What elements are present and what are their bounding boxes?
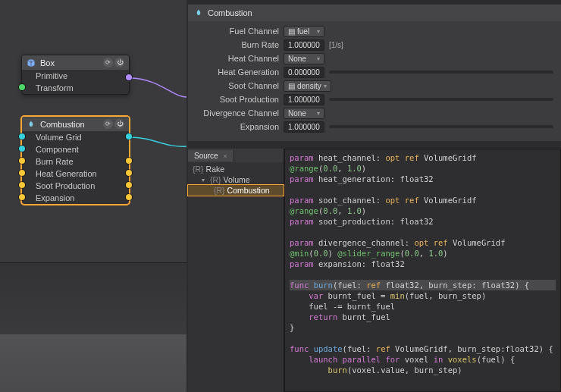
port-out[interactable] bbox=[126, 158, 132, 164]
chevron-down-icon: ▾ bbox=[202, 177, 208, 183]
node-row-label: Transform bbox=[36, 83, 74, 93]
port-in[interactable] bbox=[19, 133, 25, 140]
prop-label: Soot Production bbox=[188, 95, 279, 104]
channel-icon: ▤ bbox=[288, 82, 295, 90]
node-graph[interactable]: Box ⟳ ⏻ Primitive Transform Combustion ⟳… bbox=[0, 0, 186, 392]
soot-production-input[interactable]: 1.000000 bbox=[284, 94, 324, 105]
node-box-row-primitive: Primitive bbox=[22, 70, 129, 82]
divergence-channel-dropdown[interactable]: None ▾ bbox=[284, 108, 324, 119]
node-box-row-transform: Transform bbox=[22, 82, 129, 94]
node-row-soot-production: Soot Production bbox=[22, 180, 129, 192]
chevron-down-icon: ▾ bbox=[324, 83, 327, 89]
node-combustion-header[interactable]: Combustion ⟳ ⏻ bbox=[22, 117, 129, 131]
heat-generation-slider[interactable] bbox=[329, 71, 553, 74]
refresh-icon[interactable]: ⟳ bbox=[103, 58, 113, 67]
prop-label: Heat Channel bbox=[188, 54, 279, 63]
node-row-expansion: Expansion bbox=[22, 192, 129, 204]
tree-item-label: Volume bbox=[224, 175, 250, 184]
close-icon[interactable]: × bbox=[223, 152, 227, 160]
port-in[interactable] bbox=[19, 146, 25, 152]
flame-icon bbox=[194, 8, 203, 17]
flame-icon bbox=[27, 120, 36, 129]
script-icon: {R} bbox=[193, 165, 204, 174]
heat-channel-dropdown[interactable]: None ▾ bbox=[284, 53, 324, 64]
dropdown-value: density bbox=[297, 82, 321, 90]
prop-label: Burn Rate bbox=[188, 40, 279, 49]
port-in[interactable] bbox=[19, 170, 25, 176]
dropdown-value: None bbox=[288, 55, 306, 63]
node-row-label: Primitive bbox=[36, 71, 67, 80]
prop-soot-production: Soot Production 1.000000 bbox=[188, 93, 561, 106]
properties-panel: Fuel Channel ▤ fuel ▾ Burn Rate 1.000000… bbox=[188, 21, 561, 141]
node-row-label: Burn Rate bbox=[36, 157, 74, 166]
tree-item-label: Rake bbox=[206, 165, 225, 174]
node-row-heat-generation: Heat Generation bbox=[22, 168, 129, 180]
soot-channel-dropdown[interactable]: ▤ density ▾ bbox=[284, 80, 331, 92]
node-row-label: Expansion bbox=[36, 193, 74, 202]
chevron-down-icon: ▾ bbox=[317, 28, 320, 35]
port-in[interactable] bbox=[19, 182, 25, 188]
tree-item-rake[interactable]: {R} Rake bbox=[188, 164, 284, 174]
channel-icon: ▤ bbox=[288, 27, 295, 36]
viewport[interactable] bbox=[0, 262, 186, 392]
port-out[interactable] bbox=[126, 194, 132, 200]
port-in[interactable] bbox=[19, 158, 25, 164]
heat-generation-input[interactable]: 0.000000 bbox=[284, 67, 324, 78]
port-out[interactable] bbox=[126, 74, 132, 80]
node-box-header[interactable]: Box ⟳ ⏻ bbox=[22, 55, 129, 70]
node-box-icons: ⟳ ⏻ bbox=[103, 58, 124, 67]
tree-item-volume[interactable]: ▾ {R} Volume bbox=[188, 174, 284, 185]
dropdown-value: None bbox=[288, 109, 306, 118]
prop-label: Heat Generation bbox=[188, 67, 279, 77]
tree: {R} Rake ▾ {R} Volume {R} Combustion bbox=[188, 162, 284, 197]
outliner-tabbar: Source × bbox=[188, 149, 284, 162]
soot-production-slider[interactable] bbox=[329, 98, 553, 101]
port-in[interactable] bbox=[19, 194, 25, 200]
tree-item-combustion[interactable]: {R} Combustion bbox=[188, 185, 284, 196]
prop-burn-rate: Burn Rate 1.000000 [1/s] bbox=[188, 38, 561, 52]
properties-header: Combustion bbox=[188, 5, 561, 21]
prop-label: Soot Channel bbox=[188, 81, 279, 90]
refresh-icon[interactable]: ⟳ bbox=[103, 119, 113, 129]
prop-label: Fuel Channel bbox=[188, 27, 279, 36]
expansion-slider[interactable] bbox=[329, 125, 553, 128]
dropdown-value: fuel bbox=[297, 27, 309, 36]
node-row-label: Heat Generation bbox=[36, 169, 97, 178]
prop-soot-channel: Soot Channel ▤ density ▾ bbox=[188, 79, 561, 93]
node-box-title: Box bbox=[40, 58, 99, 67]
script-icon: {R} bbox=[214, 186, 225, 195]
prop-unit: [1/s] bbox=[329, 41, 343, 49]
tab-source[interactable]: Source × bbox=[188, 150, 234, 162]
script-icon: {R} bbox=[210, 175, 221, 184]
prop-label: Divergence Channel bbox=[188, 108, 279, 118]
node-combustion-title: Combustion bbox=[40, 120, 99, 129]
power-icon[interactable]: ⏻ bbox=[114, 58, 124, 67]
chevron-down-icon: ▾ bbox=[317, 110, 320, 117]
port-out[interactable] bbox=[126, 182, 132, 188]
node-combustion[interactable]: Combustion ⟳ ⏻ Volume Grid Component Bur… bbox=[21, 116, 130, 205]
source-editor[interactable]: ×param heat_channel: opt ref VolumeGridf… bbox=[284, 149, 561, 392]
node-combustion-icons: ⟳ ⏻ bbox=[103, 119, 124, 129]
node-row-volume-grid: Volume Grid bbox=[22, 131, 129, 143]
node-box[interactable]: Box ⟳ ⏻ Primitive Transform bbox=[21, 55, 130, 95]
port-in[interactable] bbox=[19, 84, 25, 90]
power-icon[interactable]: ⏻ bbox=[114, 119, 124, 129]
node-row-burn-rate: Burn Rate bbox=[22, 155, 129, 168]
fuel-channel-dropdown[interactable]: ▤ fuel ▾ bbox=[284, 26, 324, 37]
tab-label: Source bbox=[194, 152, 218, 160]
tree-item-label: Combustion bbox=[227, 186, 270, 195]
prop-divergence-channel: Divergence Channel None ▾ bbox=[188, 106, 561, 120]
prop-expansion: Expansion 1.000000 bbox=[188, 120, 561, 133]
prop-heat-channel: Heat Channel None ▾ bbox=[188, 52, 561, 65]
node-row-label: Component bbox=[36, 145, 79, 154]
prop-heat-generation: Heat Generation 0.000000 bbox=[188, 65, 561, 79]
expansion-input[interactable]: 1.000000 bbox=[284, 121, 324, 133]
outliner[interactable]: Source × {R} Rake ▾ {R} Volume {R} Combu… bbox=[188, 149, 284, 392]
port-out[interactable] bbox=[126, 170, 132, 176]
prop-fuel-channel: Fuel Channel ▤ fuel ▾ bbox=[188, 24, 561, 38]
properties-title: Combustion bbox=[208, 8, 252, 17]
node-row-component: Component bbox=[22, 143, 129, 155]
chevron-down-icon: ▾ bbox=[317, 55, 320, 62]
burn-rate-input[interactable]: 1.000000 bbox=[284, 39, 324, 51]
port-out[interactable] bbox=[126, 133, 132, 140]
